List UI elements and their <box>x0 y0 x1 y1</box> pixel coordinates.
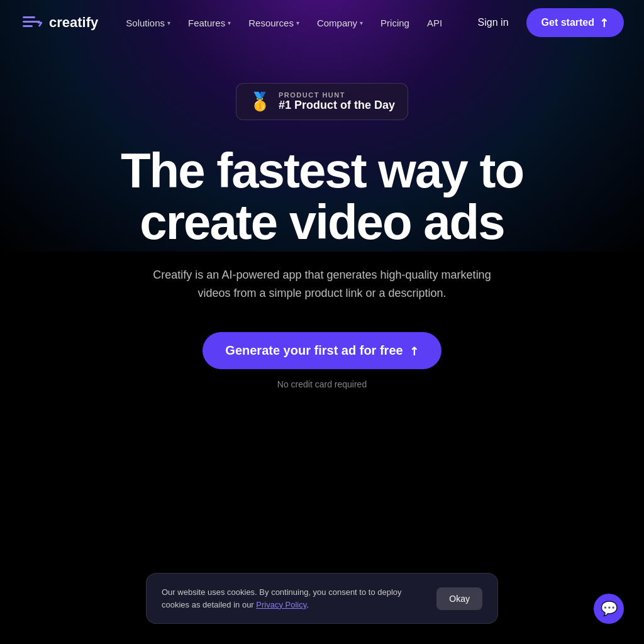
badge-text: PRODUCT HUNT #1 Product of the Day <box>279 91 395 112</box>
hero-heading: The fastest way to create video ads <box>121 145 523 248</box>
logo[interactable]: creatify <box>20 11 98 34</box>
nav-company[interactable]: Company ▾ <box>309 13 370 33</box>
navbar: creatify Solutions ▾ Features ▾ Resource… <box>0 0 644 45</box>
chat-icon: 💬 <box>601 601 618 617</box>
nav-links: Solutions ▾ Features ▾ Resources ▾ Compa… <box>118 13 450 33</box>
arrow-icon: ↗ <box>406 343 422 359</box>
arrow-icon: ↗ <box>596 14 612 31</box>
chat-widget-button[interactable]: 💬 <box>594 594 624 624</box>
logo-text: creatify <box>49 14 98 31</box>
hero-subtext: Creatify is an AI-powered app that gener… <box>140 266 504 303</box>
logo-icon <box>20 11 43 34</box>
cookie-text: Our website uses cookies. By continuing,… <box>162 586 424 611</box>
medal-icon: 🥇 <box>249 91 271 112</box>
badge-label: PRODUCT HUNT <box>279 91 395 99</box>
nav-solutions[interactable]: Solutions ▾ <box>118 13 178 33</box>
chevron-down-icon: ▾ <box>228 19 231 26</box>
nav-api[interactable]: API <box>419 13 450 33</box>
cta-button[interactable]: Generate your first ad for free ↗ <box>203 332 441 369</box>
hero-section: 🥇 PRODUCT HUNT #1 Product of the Day The… <box>0 45 644 389</box>
nav-right: Sign in Get started ↗ <box>470 8 624 37</box>
chevron-down-icon: ▾ <box>167 19 170 26</box>
privacy-policy-link[interactable]: Privacy Policy <box>256 600 306 609</box>
svg-rect-0 <box>23 16 35 18</box>
sign-in-button[interactable]: Sign in <box>470 12 516 33</box>
svg-rect-1 <box>23 21 40 23</box>
chevron-down-icon: ▾ <box>360 19 363 26</box>
svg-rect-2 <box>23 25 33 27</box>
badge-title: #1 Product of the Day <box>279 99 395 112</box>
no-credit-card-label: No credit card required <box>277 379 367 389</box>
nav-pricing[interactable]: Pricing <box>373 13 417 33</box>
chevron-down-icon: ▾ <box>296 19 299 26</box>
nav-resources[interactable]: Resources ▾ <box>241 13 307 33</box>
cookie-banner: Our website uses cookies. By continuing,… <box>146 573 498 624</box>
cookie-okay-button[interactable]: Okay <box>436 587 482 610</box>
get-started-button[interactable]: Get started ↗ <box>526 8 624 37</box>
nav-features[interactable]: Features ▾ <box>180 13 238 33</box>
product-hunt-badge: 🥇 PRODUCT HUNT #1 Product of the Day <box>236 83 408 120</box>
